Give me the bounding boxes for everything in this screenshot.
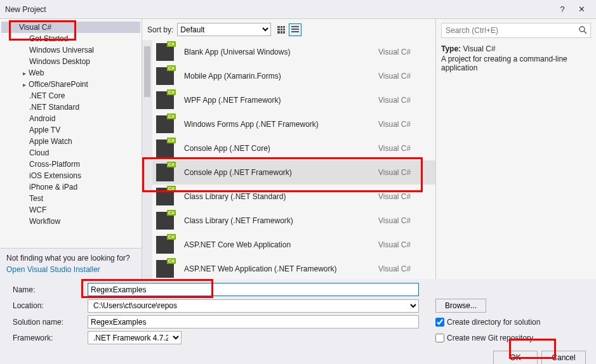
template-lang: Visual C# bbox=[378, 96, 429, 105]
template-item[interactable]: C#ASP.NET Web Application (.NET Framewor… bbox=[142, 257, 435, 279]
template-name: Mobile App (Xamarin.Forms) bbox=[184, 72, 378, 81]
cancel-button[interactable]: Cancel bbox=[541, 351, 586, 364]
template-item[interactable]: C#Windows Forms App (.NET Framework)Visu… bbox=[142, 112, 435, 136]
tree-item[interactable]: Web bbox=[0, 67, 142, 79]
template-name: Console App (.NET Framework) bbox=[184, 168, 378, 177]
tree-item[interactable]: Windows Desktop bbox=[0, 56, 142, 67]
tree-item[interactable]: Windows Universal bbox=[0, 44, 142, 56]
name-input[interactable] bbox=[88, 283, 419, 296]
scrollbar-thumb[interactable] bbox=[144, 46, 150, 97]
view-list-button[interactable] bbox=[289, 23, 301, 36]
framework-label: Framework: bbox=[13, 334, 84, 342]
create-git-checkbox[interactable] bbox=[435, 334, 444, 342]
template-icon: C# bbox=[156, 67, 174, 85]
tree-item[interactable]: Test bbox=[0, 193, 142, 204]
search-input[interactable] bbox=[441, 23, 591, 38]
location-select[interactable]: C:\Users\ct\source\repos bbox=[88, 299, 419, 313]
grid-icon bbox=[277, 26, 285, 34]
list-icon bbox=[291, 26, 299, 34]
ok-button[interactable]: OK bbox=[493, 351, 538, 364]
category-tree: Visual C# Get StartedWindows UniversalWi… bbox=[0, 19, 142, 248]
template-lang: Visual C# bbox=[378, 168, 429, 177]
template-icon: C# bbox=[156, 212, 174, 230]
svg-line-1 bbox=[584, 31, 586, 34]
tree-item[interactable]: Apple TV bbox=[0, 124, 142, 136]
sort-by-label: Sort by: bbox=[147, 25, 173, 34]
search-icon[interactable] bbox=[578, 25, 588, 36]
template-lang: Visual C# bbox=[378, 144, 429, 153]
template-lang: Visual C# bbox=[378, 72, 429, 81]
sort-by-select[interactable]: Default bbox=[177, 23, 271, 36]
template-item[interactable]: C#Blank App (Universal Windows)Visual C# bbox=[142, 40, 435, 64]
tree-item[interactable]: Cross-Platform bbox=[0, 159, 142, 170]
tree-item[interactable]: .NET Standard bbox=[0, 101, 142, 113]
template-item[interactable]: C#Console App (.NET Core)Visual C# bbox=[142, 136, 435, 160]
template-name: ASP.NET Web Application (.NET Framework) bbox=[184, 264, 378, 273]
template-name: WPF App (.NET Framework) bbox=[184, 96, 378, 105]
tree-item[interactable]: Apple Watch bbox=[0, 136, 142, 147]
close-button[interactable]: ✕ bbox=[572, 4, 591, 14]
template-lang: Visual C# bbox=[378, 192, 429, 201]
template-item[interactable]: C#Console App (.NET Framework)Visual C# bbox=[142, 160, 435, 185]
template-lang: Visual C# bbox=[378, 264, 429, 273]
template-icon: C# bbox=[156, 236, 174, 254]
create-git-label: Create new Git repository bbox=[447, 334, 533, 342]
template-lang: Visual C# bbox=[378, 240, 429, 249]
template-item[interactable]: C#WPF App (.NET Framework)Visual C# bbox=[142, 88, 435, 112]
tree-item[interactable]: Get Started bbox=[0, 33, 142, 44]
tree-item[interactable]: Workflow bbox=[0, 216, 142, 227]
svg-point-0 bbox=[579, 27, 585, 32]
template-icon: C# bbox=[156, 188, 174, 205]
open-installer-link[interactable]: Open Visual Studio Installer bbox=[6, 265, 135, 274]
template-lang: Visual C# bbox=[378, 216, 429, 225]
template-name: Windows Forms App (.NET Framework) bbox=[184, 120, 378, 129]
tree-item[interactable]: Cloud bbox=[0, 147, 142, 159]
solution-name-input[interactable] bbox=[88, 315, 419, 328]
type-label: Type: bbox=[441, 44, 461, 53]
tree-item[interactable]: .NET Core bbox=[0, 90, 142, 101]
scrollbar[interactable] bbox=[142, 40, 152, 279]
type-value: Visual C# bbox=[463, 44, 495, 53]
template-item[interactable]: C#Class Library (.NET Standard)Visual C# bbox=[142, 185, 435, 209]
template-name: Blank App (Universal Windows) bbox=[184, 48, 378, 56]
tree-item[interactable]: Office/SharePoint bbox=[0, 79, 142, 90]
tree-item[interactable]: Android bbox=[0, 113, 142, 124]
template-icon: C# bbox=[156, 140, 174, 157]
not-finding-label: Not finding what you are looking for? bbox=[6, 254, 135, 263]
window-title: New Project bbox=[5, 5, 553, 14]
template-item[interactable]: C#Class Library (.NET Framework)Visual C… bbox=[142, 209, 435, 233]
template-icon: C# bbox=[156, 115, 174, 133]
browse-button[interactable]: Browse... bbox=[435, 299, 486, 313]
template-item[interactable]: C#Mobile App (Xamarin.Forms)Visual C# bbox=[142, 64, 435, 88]
template-item[interactable]: C#ASP.NET Core Web ApplicationVisual C# bbox=[142, 233, 435, 257]
template-lang: Visual C# bbox=[378, 48, 429, 56]
template-name: Console App (.NET Core) bbox=[184, 144, 378, 153]
template-name: Class Library (.NET Framework) bbox=[184, 216, 378, 225]
tree-root-visual-csharp[interactable]: Visual C# bbox=[1, 22, 140, 33]
template-lang: Visual C# bbox=[378, 120, 429, 129]
template-name: ASP.NET Core Web Application bbox=[184, 240, 378, 249]
name-label: Name: bbox=[13, 285, 84, 294]
template-icon: C# bbox=[156, 260, 174, 278]
type-description: A project for creating a command-line ap… bbox=[441, 55, 591, 72]
solution-name-label: Solution name: bbox=[13, 318, 84, 327]
help-button[interactable]: ? bbox=[553, 4, 572, 14]
create-directory-label: Create directory for solution bbox=[447, 318, 540, 327]
tree-item[interactable]: WCF bbox=[0, 204, 142, 216]
create-directory-checkbox[interactable] bbox=[435, 318, 444, 327]
template-list[interactable]: C#Blank App (Universal Windows)Visual C#… bbox=[142, 40, 435, 279]
framework-select[interactable]: .NET Framework 4.7.2 bbox=[88, 331, 182, 344]
template-name: Class Library (.NET Standard) bbox=[184, 192, 378, 201]
template-icon: C# bbox=[156, 164, 174, 181]
template-icon: C# bbox=[156, 91, 174, 109]
view-grid-button[interactable] bbox=[275, 23, 288, 36]
tree-item[interactable]: iPhone & iPad bbox=[0, 181, 142, 193]
location-label: Location: bbox=[13, 301, 84, 310]
template-icon: C# bbox=[156, 43, 174, 61]
tree-item[interactable]: iOS Extensions bbox=[0, 170, 142, 181]
